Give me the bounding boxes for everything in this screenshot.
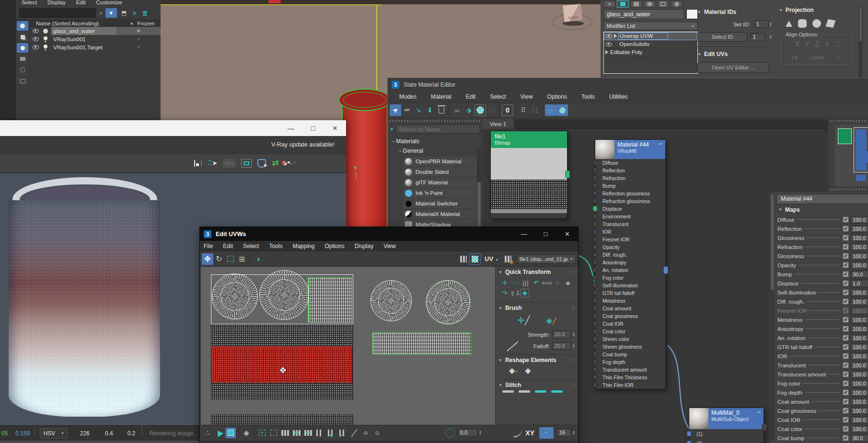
set-id-value[interactable]: 1 bbox=[754, 20, 768, 28]
get-material-icon[interactable]: ➘ bbox=[413, 104, 424, 116]
pick-object-icon[interactable]: ➤ bbox=[257, 159, 266, 168]
filter-shapes-icon[interactable] bbox=[17, 32, 28, 42]
map-amount-value[interactable]: 100.0 bbox=[851, 371, 868, 378]
map-slot-row[interactable]: Coat bump ✔ 30.0 bbox=[776, 433, 868, 443]
input-socket[interactable] bbox=[593, 306, 597, 311]
node-input-row[interactable]: Reflection glossiness bbox=[595, 190, 665, 197]
map-amount-value[interactable]: 100.0 bbox=[851, 225, 868, 233]
input-socket[interactable] bbox=[593, 321, 597, 326]
map-slot-row[interactable]: Coat amount ✔ 100.0 bbox=[776, 397, 868, 406]
stitch-tool-icon[interactable] bbox=[535, 390, 546, 393]
node-input-row[interactable]: Environment bbox=[595, 213, 665, 220]
map-amount-value[interactable]: 100.0 bbox=[851, 389, 868, 397]
modifier-label[interactable]: Unwrap UVW bbox=[619, 33, 668, 39]
region-render-icon[interactable]: ⠭➤ bbox=[208, 159, 217, 167]
input-socket[interactable] bbox=[593, 290, 597, 295]
map-amount-value[interactable]: 100.0 bbox=[851, 243, 868, 251]
vertex-mode-button[interactable]: ∴ bbox=[202, 428, 213, 438]
map-slot-row[interactable]: Glossiness ✔ 100.0 bbox=[776, 233, 868, 242]
map-slot-row[interactable]: Glossiness ✔ 100.0 bbox=[776, 251, 868, 261]
best-align-icon[interactable]: ✥ bbox=[825, 41, 830, 48]
space-evenly-icon[interactable]: ◈ bbox=[563, 277, 573, 288]
scene-object-row[interactable]: VRaySun001 ✳ bbox=[29, 35, 161, 43]
map-amount-value[interactable]: 100.0 bbox=[851, 334, 868, 342]
nudge-left-icon[interactable]: ⇦⇨ bbox=[542, 277, 552, 288]
mirror-tool-button[interactable]: ◑ bbox=[252, 253, 264, 265]
quick-transform-header[interactable]: ▼Quick Transform⠿ bbox=[498, 269, 575, 275]
map-enabled-checkbox[interactable]: ✔ bbox=[843, 216, 849, 223]
map-amount-value[interactable]: 100.0 bbox=[851, 325, 868, 333]
map-amount-value[interactable]: 100.0 bbox=[851, 307, 868, 315]
material-ids-header[interactable]: ▼Material IDs bbox=[691, 9, 772, 15]
strength-spinner[interactable]: ▲▼ bbox=[572, 332, 575, 337]
tab-create[interactable]: + bbox=[603, 0, 615, 8]
propagate-to-instances-button[interactable]: 0 bbox=[502, 104, 513, 116]
menu-material[interactable]: Material bbox=[431, 93, 451, 100]
params-scrollbar[interactable] bbox=[770, 194, 775, 441]
map-slot-row[interactable]: Fog color ✔ 100.0 bbox=[776, 379, 868, 388]
modifier-list-dropdown[interactable]: Modifier List▼ bbox=[603, 22, 698, 30]
node-input-row[interactable]: Coat IOR bbox=[595, 320, 665, 328]
node-input-row[interactable]: Reflection bbox=[595, 167, 665, 174]
browser-collapse-icon[interactable]: ▼ bbox=[390, 127, 394, 132]
input-socket[interactable] bbox=[593, 252, 597, 257]
map-enabled-checkbox[interactable]: ✔ bbox=[843, 226, 849, 232]
select-id-spinner[interactable]: ▲▼ bbox=[769, 34, 772, 39]
column-frozen[interactable]: Frozen bbox=[138, 21, 155, 26]
menu-tools[interactable]: Tools bbox=[269, 243, 282, 250]
map-enabled-checkbox[interactable]: ✔ bbox=[843, 326, 849, 332]
expand-arrow-icon[interactable] bbox=[614, 34, 617, 38]
uv-canvas[interactable]: ✥ bbox=[201, 267, 495, 425]
stitch-tool-icon[interactable] bbox=[502, 390, 514, 393]
edit-uvs-header[interactable]: ▼Edit UVs bbox=[691, 51, 772, 57]
node-input-row[interactable]: Self-illumination bbox=[595, 282, 665, 289]
map-enabled-checkbox[interactable]: ✔ bbox=[843, 435, 849, 441]
nudge-up-icon[interactable]: ⇧⇩ bbox=[510, 288, 521, 298]
notification-badge[interactable] bbox=[268, 0, 281, 3]
menu-select[interactable]: Select bbox=[490, 93, 506, 100]
reset-arrow-icon[interactable]: ↶ bbox=[836, 54, 842, 61]
node-input-row[interactable]: Diff. rough. bbox=[595, 251, 665, 259]
map-slot-row[interactable]: Coat color ✔ 100.0 bbox=[776, 424, 868, 433]
output-socket[interactable] bbox=[565, 170, 570, 178]
straighten-icon[interactable]: ||| bbox=[521, 277, 531, 288]
input-socket[interactable] bbox=[593, 267, 597, 273]
filter-spacewarps-icon[interactable] bbox=[17, 76, 28, 86]
fit-button[interactable]: Fit bbox=[792, 55, 798, 60]
slate-titlebar[interactable]: 3 Slate Material Editor bbox=[388, 78, 868, 91]
align-dashes-icon[interactable]: ⸪⸫ bbox=[510, 277, 521, 288]
maximize-button[interactable]: □ bbox=[535, 230, 556, 238]
minimize-button[interactable]: — bbox=[513, 230, 535, 238]
assign-material-to-selection-icon[interactable]: ⬗ bbox=[463, 104, 475, 116]
map-slot-row[interactable]: Self-illumination ✔ 100.0 bbox=[776, 288, 868, 297]
xy-space-toggle[interactable]: XY bbox=[525, 429, 534, 437]
scene-object-row[interactable]: glass_and_water ✳ bbox=[29, 27, 161, 35]
input-socket[interactable] bbox=[593, 359, 597, 364]
polygon-mode-button[interactable] bbox=[225, 428, 236, 438]
node-input-row[interactable]: Coat bump bbox=[595, 351, 665, 358]
stitch-tool-icon[interactable] bbox=[551, 390, 563, 393]
edge-ring-icon[interactable]: − bbox=[337, 428, 348, 438]
browser-group-label[interactable]: - General bbox=[388, 147, 482, 157]
map-amount-value[interactable]: 100.0 bbox=[851, 380, 868, 387]
show-maps-icon[interactable] bbox=[556, 104, 568, 116]
input-socket[interactable] bbox=[593, 244, 597, 250]
node-file1[interactable]: file1 Bitmap bbox=[490, 131, 567, 219]
input-socket[interactable] bbox=[593, 206, 597, 211]
menu-tools[interactable]: Tools bbox=[581, 93, 595, 100]
select-by-material-icon[interactable] bbox=[568, 104, 579, 116]
align-z-button[interactable]: Z bbox=[815, 39, 820, 49]
map-enabled-checkbox[interactable]: ✔ bbox=[843, 426, 849, 432]
object-name[interactable]: VRaySun001.Target bbox=[51, 43, 116, 51]
map-enabled-checkbox[interactable]: ✔ bbox=[843, 317, 849, 323]
map-amount-value[interactable]: 100.0 bbox=[851, 216, 868, 224]
menu-select[interactable]: Select bbox=[243, 243, 259, 250]
browser-search-input[interactable] bbox=[396, 125, 480, 134]
collapse-node-icon[interactable]: − bbox=[757, 409, 761, 415]
map-slot-row[interactable]: GTR tail falloff ✔ 100.0 bbox=[776, 342, 868, 352]
rotate-ccw-icon[interactable]: ↶ bbox=[531, 277, 542, 288]
node-input-row[interactable]: Fog color bbox=[595, 274, 665, 282]
map-slot-row[interactable]: Coat glossiness ✔ 100.0 bbox=[776, 406, 868, 415]
tab-hierarchy[interactable] bbox=[630, 0, 642, 8]
soft-selection-falloff-icon[interactable] bbox=[445, 428, 455, 438]
